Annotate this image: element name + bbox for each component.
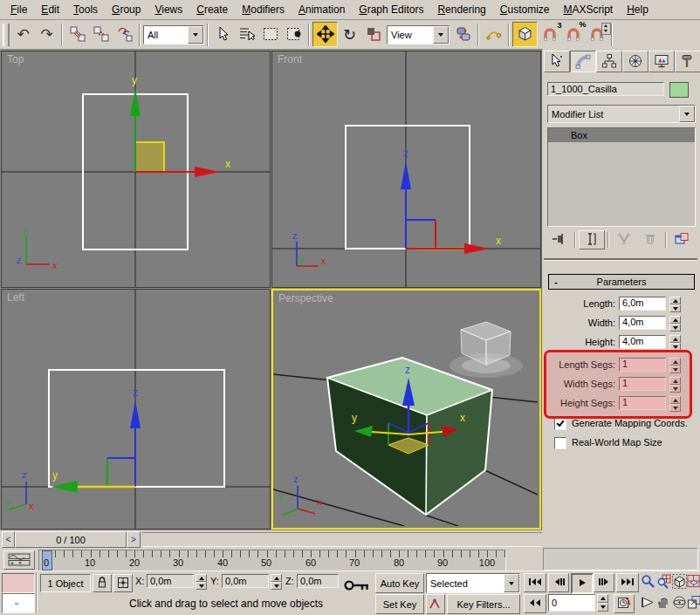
height-segs-field[interactable]: 1 <box>619 396 666 410</box>
window-crossing-button[interactable] <box>282 23 305 46</box>
set-key-button[interactable]: Set Key <box>375 594 424 614</box>
arc-rotate-button[interactable] <box>672 594 686 612</box>
menu-graph-editors[interactable]: Graph Editors <box>352 1 430 18</box>
select-by-name-button[interactable] <box>235 23 258 46</box>
pan-button[interactable] <box>656 594 670 612</box>
length-field[interactable]: 6,0m <box>619 297 666 311</box>
length-segs-field[interactable]: 1 <box>619 358 666 372</box>
next-frame-button[interactable] <box>594 573 614 592</box>
go-to-start-button[interactable] <box>524 573 546 592</box>
pivot-center-button[interactable] <box>451 23 475 46</box>
parameters-rollout-header[interactable]: - Parameters <box>548 274 695 290</box>
play-button[interactable] <box>571 573 594 594</box>
undo-button[interactable]: ↶ <box>11 23 35 46</box>
key-filter-mode-arrow[interactable] <box>504 574 519 592</box>
go-to-end-button[interactable] <box>616 573 639 592</box>
selection-filter-arrow[interactable] <box>188 26 203 44</box>
key-filters-button[interactable]: Key Filters... <box>447 594 520 614</box>
select-and-scale-button[interactable] <box>361 23 385 46</box>
length-segs-spinner[interactable] <box>669 358 681 373</box>
menu-file[interactable]: File <box>3 1 34 18</box>
frame-ruler[interactable]: 0 10 20 30 40 50 60 70 80 90 100 <box>38 550 506 571</box>
show-end-result-button[interactable] <box>579 230 605 249</box>
stack-item-box[interactable]: Box <box>548 128 695 142</box>
x-coord-spinner[interactable] <box>196 574 207 590</box>
spinner-snap-button[interactable] <box>585 23 608 46</box>
maximize-viewport-button[interactable] <box>688 594 700 612</box>
z-coord-field[interactable]: 0,0m <box>297 574 339 588</box>
viewport-left-label[interactable]: Left <box>7 291 24 304</box>
ref-coord-arrow[interactable] <box>433 26 449 44</box>
width-spinner[interactable] <box>669 316 681 331</box>
select-and-manipulate-button[interactable] <box>482 23 505 46</box>
zoom-all-button[interactable] <box>656 573 670 591</box>
fov-button[interactable] <box>641 594 655 612</box>
modifier-list-dropdown[interactable]: Modifier List <box>547 105 696 123</box>
maxscript-listener-pink[interactable] <box>2 573 35 593</box>
object-name-field[interactable]: 1_1000_Casilla <box>547 82 664 96</box>
maxscript-listener-white[interactable] <box>2 593 35 613</box>
tab-hierarchy[interactable] <box>596 51 622 72</box>
y-coord-field[interactable]: 0,0m <box>222 574 269 588</box>
percent-snap-button[interactable]: % <box>561 23 585 46</box>
generate-mapping-checkbox[interactable] <box>554 418 566 430</box>
menu-modifiers[interactable]: Modifiers <box>235 1 292 18</box>
height-spinner[interactable] <box>669 335 681 351</box>
menu-create[interactable]: Create <box>189 1 235 18</box>
object-color-swatch[interactable] <box>669 82 689 98</box>
redo-button[interactable]: ↷ <box>35 23 58 46</box>
width-field[interactable]: 4,0m <box>619 316 666 330</box>
auto-key-button[interactable]: Auto Key <box>375 573 424 593</box>
time-next-button[interactable]: > <box>127 531 141 548</box>
angle-snap-button[interactable]: 3 <box>538 23 561 46</box>
menu-group[interactable]: Group <box>105 1 148 18</box>
ref-coord-dropdown[interactable]: View <box>387 25 450 44</box>
x-coord-field[interactable]: 0,0m <box>147 574 194 588</box>
real-world-map-checkbox[interactable] <box>554 437 566 449</box>
mini-curve-editor-button[interactable] <box>3 550 35 570</box>
key-filter-mode-dropdown[interactable]: Selected <box>426 573 520 593</box>
zoom-extents-button[interactable] <box>672 573 686 591</box>
viewport-front-label[interactable]: Front <box>278 53 302 65</box>
zoom-extents-all-button[interactable] <box>688 573 700 591</box>
rollout-collapse-icon[interactable]: - <box>549 277 563 287</box>
make-unique-button[interactable] <box>612 231 636 249</box>
select-and-move-button[interactable] <box>312 22 338 47</box>
menu-customize[interactable]: Customize <box>493 1 557 18</box>
absolute-mode-button[interactable] <box>113 574 133 592</box>
tab-modify[interactable] <box>570 51 596 72</box>
time-slider-track[interactable] <box>142 532 542 547</box>
menu-animation[interactable]: Animation <box>292 1 352 18</box>
viewport-perspective-label[interactable]: Perspective <box>278 292 333 304</box>
y-coord-spinner[interactable] <box>271 574 282 590</box>
modifier-stack[interactable]: Box <box>547 127 696 227</box>
menu-views[interactable]: Views <box>148 1 189 18</box>
current-frame-spinner[interactable] <box>597 594 608 612</box>
viewport-front[interactable]: Front z x z y x <box>271 51 541 288</box>
select-and-rotate-button[interactable]: ↻ <box>338 23 361 46</box>
bind-spacewarp-button[interactable] <box>113 23 136 46</box>
tab-utilities[interactable] <box>675 51 700 72</box>
height-field[interactable]: 4,0m <box>619 335 666 349</box>
remove-modifier-button[interactable] <box>638 231 662 249</box>
snaps-toggle-button[interactable] <box>512 22 538 47</box>
current-frame-field[interactable]: 0 <box>548 594 595 612</box>
menu-help[interactable]: Help <box>620 1 655 18</box>
length-spinner[interactable] <box>669 297 681 312</box>
width-segs-field[interactable]: 1 <box>619 377 666 391</box>
tab-motion[interactable] <box>622 51 649 72</box>
selection-filter-dropdown[interactable]: All <box>143 25 204 44</box>
configure-modifier-sets-button[interactable] <box>669 231 694 249</box>
tab-display[interactable] <box>649 51 675 72</box>
rect-selection-region-button[interactable] <box>258 23 282 46</box>
prev-frame-button[interactable] <box>548 573 569 592</box>
select-object-button[interactable] <box>211 23 235 46</box>
menu-rendering[interactable]: Rendering <box>430 1 492 18</box>
tab-create[interactable] <box>544 51 570 72</box>
menu-maxscript[interactable]: MAXScript <box>557 1 621 18</box>
time-slider-handle[interactable]: 0 / 100 <box>15 531 127 548</box>
zoom-button[interactable] <box>641 573 655 591</box>
unlink-button[interactable] <box>89 23 113 46</box>
width-segs-spinner[interactable] <box>669 377 681 393</box>
pin-stack-button[interactable] <box>547 231 572 249</box>
